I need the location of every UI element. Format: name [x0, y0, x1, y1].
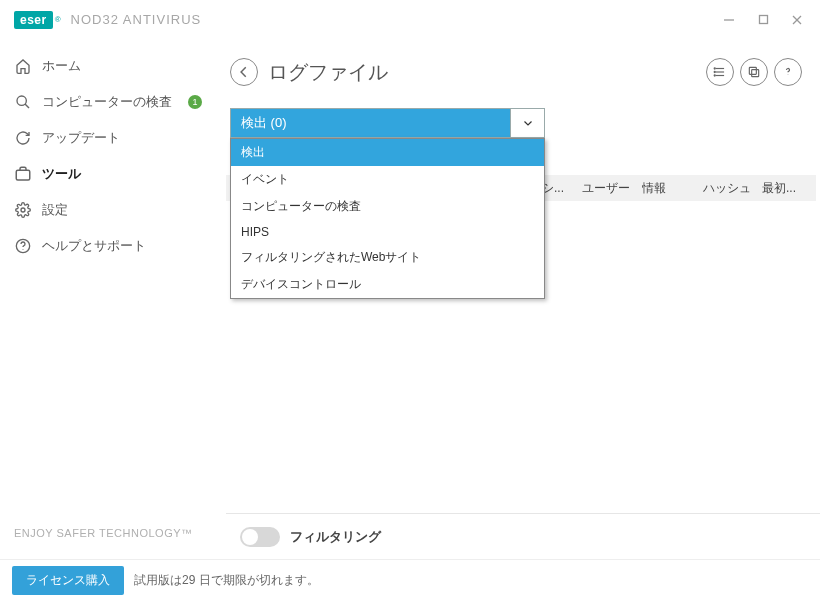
column-header[interactable]: 最初...	[762, 180, 808, 197]
search-icon	[14, 93, 32, 111]
dropdown-option[interactable]: HIPS	[231, 220, 544, 244]
status-badge: 1	[188, 95, 202, 109]
main-panel: ログファイル 検出 (0) 検出	[225, 40, 820, 559]
sidebar-item-update[interactable]: アップデート	[0, 120, 225, 156]
sidebar-item-label: ホーム	[42, 57, 81, 75]
svg-point-14	[714, 71, 715, 72]
sidebar-item-home[interactable]: ホーム	[0, 48, 225, 84]
maximize-button[interactable]	[746, 6, 780, 34]
copy-button[interactable]	[740, 58, 768, 86]
filter-toggle-label: フィルタリング	[290, 528, 381, 546]
toolbox-icon	[14, 165, 32, 183]
list-view-button[interactable]	[706, 58, 734, 86]
registered-mark: ®	[55, 15, 61, 24]
sidebar-item-settings[interactable]: 設定	[0, 192, 225, 228]
close-button[interactable]	[780, 6, 814, 34]
sidebar-item-label: ヘルプとサポート	[42, 237, 146, 255]
sidebar-footer-tagline: ENJOY SAFER TECHNOLOGY™	[0, 515, 225, 559]
dropdown-selected-label: 検出 (0)	[241, 114, 287, 132]
page-title: ログファイル	[268, 59, 388, 86]
dropdown-option[interactable]: フィルタリングされたWebサイト	[231, 244, 544, 271]
dropdown-list: 検出 イベント コンピューターの検査 HIPS フィルタリングされたWebサイト…	[230, 138, 545, 299]
svg-rect-16	[752, 70, 759, 77]
brand-logo: eser	[14, 11, 53, 29]
license-purchase-button[interactable]: ライセンス購入	[12, 566, 124, 595]
svg-point-15	[714, 75, 715, 76]
titlebar: eser ® NOD32 ANTIVIRUS	[0, 0, 820, 40]
statusbar: ライセンス購入 試用版は29 日で期限が切れます。	[0, 559, 820, 601]
svg-point-13	[714, 68, 715, 69]
sidebar: ホーム コンピューターの検査 1 アップデート ツール	[0, 40, 225, 559]
sidebar-item-scan[interactable]: コンピューターの検査 1	[0, 84, 225, 120]
log-type-dropdown[interactable]: 検出 (0) 検出 イベント コンピューターの検査 HIPS フィルタリングされ…	[230, 108, 545, 138]
svg-point-7	[21, 208, 25, 212]
dropdown-selected[interactable]: 検出 (0)	[230, 108, 545, 138]
filter-toggle[interactable]	[240, 527, 280, 547]
sidebar-item-tools[interactable]: ツール	[0, 156, 225, 192]
svg-rect-6	[16, 170, 30, 180]
filter-bar: フィルタリング	[226, 513, 820, 559]
minimize-button[interactable]	[712, 6, 746, 34]
sidebar-item-label: コンピューターの検査	[42, 93, 172, 111]
product-name: NOD32 ANTIVIRUS	[71, 12, 202, 27]
sidebar-item-help[interactable]: ヘルプとサポート	[0, 228, 225, 264]
dropdown-option[interactable]: コンピューターの検査	[231, 193, 544, 220]
sidebar-item-label: ツール	[42, 165, 81, 183]
column-header[interactable]: シ...	[542, 180, 582, 197]
sidebar-item-label: アップデート	[42, 129, 120, 147]
chevron-down-icon[interactable]	[510, 109, 544, 137]
dropdown-option[interactable]: 検出	[231, 139, 544, 166]
sidebar-item-label: 設定	[42, 201, 68, 219]
dropdown-option[interactable]: デバイスコントロール	[231, 271, 544, 298]
svg-rect-17	[749, 67, 756, 74]
refresh-icon	[14, 129, 32, 147]
help-icon	[14, 237, 32, 255]
column-header[interactable]: ユーザー	[582, 180, 642, 197]
column-header[interactable]: 情報	[642, 180, 692, 197]
trial-status-text: 試用版は29 日で期限が切れます。	[134, 572, 319, 589]
help-button[interactable]	[774, 58, 802, 86]
column-header[interactable]: ハッシュ	[692, 180, 762, 197]
svg-line-5	[25, 104, 29, 108]
window-controls	[712, 6, 814, 34]
home-icon	[14, 57, 32, 75]
svg-rect-1	[759, 16, 767, 24]
back-button[interactable]	[230, 58, 258, 86]
gear-icon	[14, 201, 32, 219]
svg-point-4	[17, 96, 26, 105]
dropdown-option[interactable]: イベント	[231, 166, 544, 193]
